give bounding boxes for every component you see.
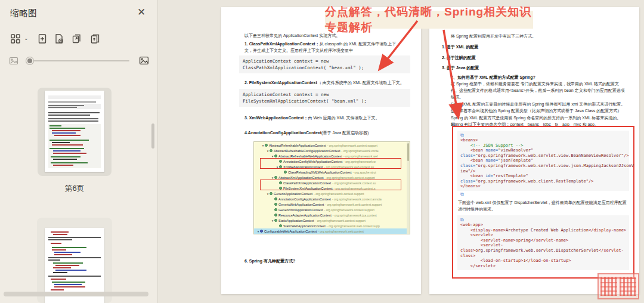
class-icon (279, 224, 282, 227)
copy-code-icon[interactable]: ⧉ (460, 132, 626, 138)
paragraph: 2. FileSystemXmlApplicationContext ：由文件系… (244, 79, 404, 86)
panel-horizontal-scrollbar[interactable] (4, 292, 148, 296)
copy-page-icon[interactable] (69, 31, 85, 47)
thumbnail-panel-header: 缩略图 ✕ (0, 0, 157, 26)
class-icon (274, 214, 277, 217)
tree-row[interactable]: StaticWebApplicationContext - org.spring… (254, 223, 410, 228)
tree-row[interactable]: ClassReloadingXMLWebApplicationContext -… (254, 169, 410, 175)
tree-row[interactable]: GenericWebApplicationContext - org.sprin… (254, 202, 410, 207)
tree-row[interactable]: ▾AbstractRefreshableWebApplicationContex… (254, 153, 410, 159)
page-history-icon[interactable] (51, 31, 67, 47)
tree-row[interactable]: ▾AbstractRefreshableApplicationContext -… (254, 143, 410, 148)
paragraph: 在 Spring 框架中，依赖和服务需要在 专门的配置文件来实现，我常用的 XM… (451, 81, 627, 100)
tree-row[interactable]: ▾AbstractRefreshableConfigApplicationCon… (254, 148, 410, 153)
annotation-banner: 分点解答，代码清晰，Spring相关知识专题解析 (325, 11, 533, 29)
list-item: 2. 基于注解的配置 (442, 54, 621, 61)
thumbnail-page-6-preview (45, 91, 104, 172)
seal-glyph (600, 277, 617, 296)
paragraph: 下面这个 web.xml 仅仅配置了 DispatcherServlet，这件最… (458, 199, 630, 212)
tree-row[interactable]: ▾StaticApplicationContext - org.springfr… (254, 218, 410, 223)
tree-row[interactable]: AnnotationConfigWebApplicationContext - … (254, 159, 410, 164)
class-icon (270, 192, 273, 195)
xml-beans-code-block: ⧉ <beans> <!-- JSON Support --> <bean na… (457, 131, 629, 191)
thumbnail-toolbar: ⌄ (0, 31, 157, 49)
tree-row[interactable]: GenericXmlApplicationContext - org.sprin… (254, 207, 410, 212)
class-icon (279, 160, 282, 163)
class-icon (265, 144, 268, 147)
class-icon (279, 181, 282, 184)
class-icon (274, 154, 277, 157)
tree-row[interactable]: FileSystemXmlApplicationContext - org.sp… (254, 185, 410, 191)
tree-row[interactable]: ▾AbstractXmlApplicationContext - org.spr… (254, 175, 410, 180)
paragraph: 6. Spring 有几种配置方式? (244, 258, 404, 264)
highlight-box-code: ⧉ <beans> <!-- JSON Support --> <bean na… (452, 126, 634, 279)
tree-row[interactable]: AnnotationConfigApplicationContext - org… (254, 196, 410, 202)
paragraph: 3. XmlWebApplicationContext：由 Web 应用的 XM… (244, 115, 404, 121)
thumbnail-page-7[interactable] (37, 218, 112, 303)
seal-glyph (620, 277, 636, 296)
thumbnail-page-6[interactable] (38, 88, 112, 176)
pdf-reader-window: 缩略图 ✕ ⌄ (0, 0, 644, 303)
large-image-icon[interactable] (139, 55, 149, 68)
insert-page-icon[interactable] (35, 31, 50, 47)
tree-row[interactable]: ▾XmlWebApplicationContext - org.springfr… (254, 164, 410, 169)
red-seal-watermark (597, 273, 639, 299)
tree-row[interactable]: ▾GenericApplicationContext - org.springf… (254, 191, 410, 196)
class-icon (274, 219, 277, 222)
heading: 7、如何用基于 XML 配置的方式配置 Spring? (451, 74, 630, 81)
code-snippet-filesystem: ApplicationContext context = newFileSyst… (239, 89, 410, 107)
zoom-slider-handle[interactable] (26, 57, 33, 64)
interface-icon (260, 230, 263, 233)
paragraph: 1. ClassPathXmlApplicationContext：从 clas… (244, 41, 404, 54)
class-icon (274, 208, 277, 211)
panel-title: 缩略图 (10, 8, 37, 19)
code-snippet-classpath: ApplicationContext context = newClassPat… (239, 55, 410, 73)
class-icon (270, 149, 273, 152)
tree-row[interactable]: ClassPathXmlApplicationContext - org.spr… (254, 180, 410, 185)
copy-code-icon[interactable]: ⧉ (460, 191, 464, 197)
tree-scrollbar (407, 142, 410, 234)
class-icon (274, 203, 277, 206)
tree-row[interactable]: ▾ConfigurableWebApplicationContext - org… (254, 228, 410, 234)
class-hierarchy-screenshot: ▾AbstractRefreshableApplicationContext -… (253, 141, 410, 234)
tree-row[interactable]: ResourceAdapterApplicationContext - org.… (254, 212, 410, 218)
page-number-label: 第6页 (38, 183, 112, 194)
class-icon (279, 165, 282, 168)
paragraph: 4.AnnotationConfigApplicationContext(基于 … (244, 129, 404, 136)
document-page-left: 以下是三种较常见的 ApplicationContext 实现方式。 1. Cl… (221, 7, 421, 294)
class-icon (279, 187, 282, 190)
zoom-slider-track[interactable] (27, 60, 129, 61)
class-icon (274, 176, 277, 179)
grid-view-icon[interactable] (8, 31, 23, 47)
web-xml-code-block: ⧉ <web-app> <display-name>Archetype Crea… (457, 215, 629, 270)
panel-vertical-scrollbar[interactable] (151, 123, 154, 149)
copy-code-icon[interactable]: ⧉ (460, 217, 626, 222)
thumbnail-panel: 缩略图 ✕ ⌄ (0, 0, 158, 303)
list-item: 3. 基于 Java 的配置 (442, 64, 621, 71)
paragraph: SpringXML 配置的主要目的时候是使所有的 Spring 组件都可以用 x… (451, 101, 627, 114)
class-icon (274, 197, 277, 200)
class-icon (284, 171, 287, 174)
document-page-right: 将 Spring 配置到应用开发中有以下三种方式。 1. 基于 XML 的配置 … (429, 7, 639, 294)
chevron-down-icon[interactable]: ⌄ (24, 35, 29, 41)
small-image-icon (9, 56, 18, 68)
close-panel-icon[interactable]: ✕ (135, 6, 148, 19)
paste-page-icon[interactable] (88, 31, 103, 47)
thumbnail-zoom-bar (0, 54, 157, 69)
list-item: 1. 基于 XML 的配置 (442, 44, 621, 50)
